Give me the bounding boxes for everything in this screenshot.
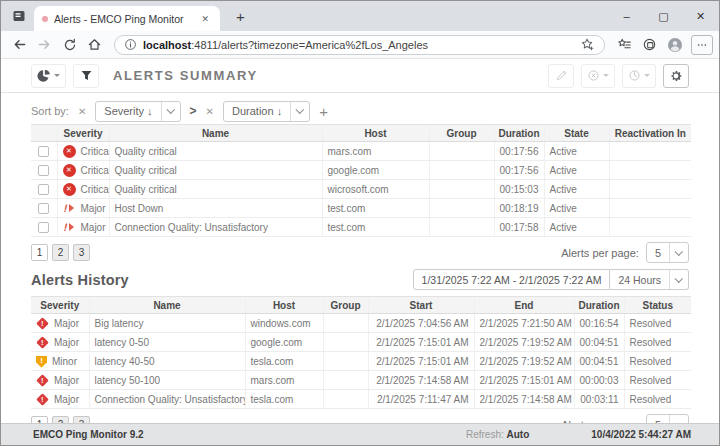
- column-header-name: Name: [109, 125, 322, 142]
- severity-icon: [36, 374, 49, 387]
- column-header-host: Host: [245, 297, 323, 314]
- alert-host: mars.com: [322, 142, 429, 161]
- snooze-alert-button[interactable]: [622, 64, 656, 88]
- page-title: ALERTS SUMMARY: [113, 68, 258, 83]
- tab-actions-menu-icon[interactable]: [8, 5, 30, 27]
- severity-icon: [63, 221, 76, 234]
- address-bar[interactable]: localhost:4811/alerts?timezone=America%2…: [114, 35, 605, 55]
- sort-bar: Sort by: ✕ Severity ↓ > ✕ Duration ↓ +: [31, 98, 689, 124]
- alert-name: Connection Quality: Unsatisfactory: [89, 390, 245, 409]
- alert-end: 2/1/2025 7:19:52 AM: [474, 333, 574, 352]
- checkbox-column-header: [31, 125, 57, 142]
- alert-state: Active: [544, 199, 609, 218]
- column-header-severity: Severity: [31, 297, 89, 314]
- minimize-button[interactable]: –: [608, 1, 645, 31]
- row-checkbox[interactable]: [38, 146, 49, 157]
- alert-group: [429, 199, 494, 218]
- profile-avatar-icon[interactable]: [662, 33, 687, 57]
- favorites-bar-icon[interactable]: [612, 33, 637, 57]
- site-info-icon[interactable]: [124, 38, 137, 51]
- alert-state: Active: [544, 142, 609, 161]
- close-tab-icon[interactable]: ✕: [198, 12, 212, 26]
- per-page-dropdown[interactable]: 5: [646, 242, 689, 263]
- alert-group: [323, 333, 368, 352]
- alert-name: Connection Quality: Unsatisfactory: [109, 218, 322, 237]
- alert-host: tesla.com: [245, 390, 323, 409]
- history-row: Major Big latency windows.com 2/1/2025 7…: [31, 314, 691, 333]
- alert-end: 2/1/2025 7:19:52 AM: [474, 352, 574, 371]
- collections-icon[interactable]: [637, 33, 662, 57]
- view-selector-button[interactable]: [31, 64, 66, 88]
- alert-row: Critical Quality critical google.com 00:…: [31, 161, 691, 180]
- history-row: Major Connection Quality: Unsatisfactory…: [31, 390, 691, 409]
- summary-pagination: 1 2 3 Alerts per page: 5: [31, 242, 689, 263]
- alert-reactivation: [609, 180, 691, 199]
- chevron-down-icon: [669, 270, 688, 289]
- page-button-3[interactable]: 3: [73, 244, 90, 261]
- column-header-duration: Duration: [574, 297, 624, 314]
- browser-tab[interactable]: Alerts - EMCO Ping Monitor ✕: [34, 6, 220, 31]
- refresh-label: Refresh:: [466, 429, 504, 440]
- pie-chart-icon: [37, 69, 51, 83]
- range-preset-dropdown[interactable]: 24 Hours: [610, 269, 689, 290]
- close-window-button[interactable]: ✕: [682, 1, 719, 31]
- severity-icon: [63, 183, 76, 196]
- edit-alert-button[interactable]: [548, 64, 574, 88]
- toolbar-actions: [548, 64, 689, 88]
- page-button-3[interactable]: 3: [73, 416, 90, 423]
- page-button-2[interactable]: 2: [52, 416, 69, 423]
- browser-window: Alerts - EMCO Ping Monitor ✕ + – ▢ ✕ loc…: [0, 0, 720, 446]
- alert-start: 2/1/2025 7:14:58 AM: [368, 371, 474, 390]
- row-checkbox[interactable]: [38, 184, 49, 195]
- filter-icon: [80, 69, 93, 82]
- alert-duration: 00:04:51: [574, 352, 624, 371]
- date-range-input[interactable]: 1/31/2025 7:22 AM - 2/1/2025 7:22 AM: [413, 269, 611, 290]
- page-button-1[interactable]: 1: [31, 244, 48, 261]
- alert-name: Host Down: [109, 199, 322, 218]
- filter-button[interactable]: [73, 64, 99, 88]
- alert-state: Active: [544, 218, 609, 237]
- forward-icon[interactable]: [32, 33, 57, 57]
- row-checkbox[interactable]: [38, 165, 49, 176]
- sort-field-2-dropdown[interactable]: Duration ↓: [223, 101, 310, 122]
- severity-icon: [36, 393, 49, 406]
- alerts-per-page: Alerts per page: 5: [561, 242, 689, 263]
- chevron-down-icon: [669, 415, 688, 423]
- row-checkbox[interactable]: [38, 222, 49, 233]
- per-page-dropdown[interactable]: 5: [646, 414, 689, 423]
- alert-name: Quality critical: [109, 161, 322, 180]
- add-sort-field-button[interactable]: +: [319, 103, 328, 120]
- severity-label: Minor: [52, 356, 77, 367]
- alert-name: latency 0-50: [89, 333, 245, 352]
- severity-label: Major: [54, 394, 79, 405]
- column-header-group: Group: [323, 297, 368, 314]
- add-favorite-icon[interactable]: [580, 37, 595, 52]
- column-header-status: Status: [624, 297, 691, 314]
- history-row: Major latency 50-100 mars.com 2/1/2025 7…: [31, 371, 691, 390]
- range-preset-value: 24 Hours: [610, 274, 669, 286]
- page-button-1[interactable]: 1: [31, 416, 48, 423]
- browser-navbar: localhost:4811/alerts?timezone=America%2…: [1, 31, 719, 59]
- settings-button[interactable]: [663, 64, 689, 88]
- alert-row: Critical Quality critical wicrosoft.com …: [31, 180, 691, 199]
- severity-icon: [36, 336, 49, 349]
- remove-sort-field-icon[interactable]: ✕: [78, 106, 86, 117]
- remove-sort-field-icon[interactable]: ✕: [206, 106, 214, 117]
- maximize-button[interactable]: ▢: [645, 1, 682, 31]
- severity-icon: [36, 317, 49, 330]
- sort-field-1-dropdown[interactable]: Severity ↓: [95, 101, 180, 122]
- new-tab-button[interactable]: +: [230, 8, 251, 25]
- row-checkbox[interactable]: [38, 203, 49, 214]
- back-icon[interactable]: [7, 33, 32, 57]
- page-button-2[interactable]: 2: [52, 244, 69, 261]
- alert-state: Active: [544, 161, 609, 180]
- alert-group: [429, 161, 494, 180]
- browser-menu-button[interactable]: [691, 35, 713, 55]
- alert-status: Resolved: [624, 390, 691, 409]
- history-pagination: 1 2 3 Alerts per page: 5: [31, 414, 689, 423]
- home-icon[interactable]: [82, 33, 107, 57]
- refresh-icon[interactable]: [57, 33, 82, 57]
- severity-icon: [63, 164, 76, 177]
- deactivate-alert-button[interactable]: [581, 64, 615, 88]
- url-text: localhost:4811/alerts?timezone=America%2…: [143, 39, 428, 51]
